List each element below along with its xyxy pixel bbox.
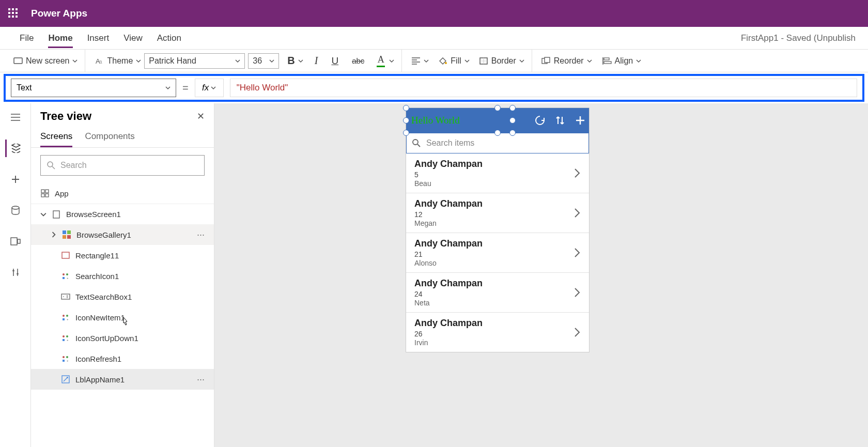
selection-handle[interactable] xyxy=(403,130,409,136)
font-family-select[interactable]: Patrick Hand xyxy=(144,53,245,69)
tree-item-browsegallery1[interactable]: BrowseGallery1 ⋯ xyxy=(31,224,214,245)
gallery-item[interactable]: Andy Champan 12 Megan xyxy=(406,193,589,233)
svg-rect-19 xyxy=(67,230,71,234)
svg-rect-10 xyxy=(11,238,17,245)
more-button[interactable]: ⋯ xyxy=(197,375,205,384)
app-header[interactable]: Hello World xyxy=(406,108,589,133)
font-size-select[interactable]: 36 xyxy=(248,53,279,69)
fill-button[interactable]: Fill xyxy=(438,56,469,66)
tab-screens[interactable]: Screens xyxy=(40,127,72,147)
reorder-button[interactable]: Reorder xyxy=(541,56,592,66)
fill-bucket-icon xyxy=(438,56,447,66)
search-items-input[interactable]: Search items xyxy=(406,133,589,153)
selection-handle[interactable] xyxy=(494,130,501,136)
align-button[interactable]: Align xyxy=(602,56,642,66)
tree-list: App BrowseScreen1 BrowseGallery1 ⋯ Recta… xyxy=(31,183,214,447)
close-panel-button[interactable]: ✕ xyxy=(197,111,205,122)
gallery-item[interactable]: Andy Champan 24 Neta xyxy=(406,273,589,313)
property-selector[interactable]: Text xyxy=(11,79,176,97)
svg-rect-6 xyxy=(545,57,550,63)
gallery-item[interactable]: Andy Champan 5 Beau xyxy=(406,153,589,193)
tree-item-app[interactable]: App xyxy=(31,183,214,204)
strikethrough-button[interactable]: abc xyxy=(352,56,364,65)
fx-button[interactable]: fx xyxy=(195,79,224,97)
chevron-down-icon xyxy=(424,58,429,64)
fill-label: Fill xyxy=(451,56,461,66)
svg-text:+: + xyxy=(67,338,69,342)
rail-insert[interactable] xyxy=(5,171,26,188)
selection-handle[interactable] xyxy=(509,130,516,136)
font-color-swatch xyxy=(377,66,385,67)
gallery-item[interactable]: Andy Champan 21 Alonso xyxy=(406,233,589,273)
chevron-down-icon[interactable] xyxy=(40,211,47,218)
add-icon[interactable] xyxy=(575,115,586,126)
tree-panel: Tree view ✕ Screens Components Search Ap… xyxy=(31,103,214,447)
phone-preview[interactable]: Hello World Search items Andy Champan 5 … xyxy=(406,107,590,352)
svg-rect-16 xyxy=(45,194,49,197)
formula-input[interactable]: "Hello World" xyxy=(230,79,857,97)
chevron-right-icon[interactable] xyxy=(574,287,581,298)
svg-rect-30 xyxy=(63,318,65,320)
tree-item-browsescreen1[interactable]: BrowseScreen1 xyxy=(31,204,214,224)
selection-handle[interactable] xyxy=(494,105,501,111)
gallery-item[interactable]: Andy Champan 26 Irvin xyxy=(406,313,589,352)
rail-media[interactable] xyxy=(5,233,26,250)
rail-tree-view[interactable] xyxy=(5,140,26,157)
tree-item-label: SearchIcon1 xyxy=(75,272,119,281)
sort-icon[interactable] xyxy=(555,115,565,126)
tree-item-searchicon1[interactable]: + SearchIcon1 xyxy=(31,266,214,286)
italic-button[interactable]: I xyxy=(315,55,318,67)
menu-file[interactable]: File xyxy=(20,33,34,43)
fx-label: fx xyxy=(202,83,209,93)
app-launcher-icon[interactable] xyxy=(8,8,19,19)
chevron-right-icon[interactable] xyxy=(574,167,581,179)
strikethrough-icon: abc xyxy=(352,56,364,65)
app-icon xyxy=(40,189,50,198)
refresh-icon[interactable] xyxy=(534,115,546,126)
body: Tree view ✕ Screens Components Search Ap… xyxy=(0,103,868,447)
svg-rect-18 xyxy=(63,230,66,234)
chevron-right-icon[interactable] xyxy=(574,247,581,258)
tree-item-iconrefresh1[interactable]: + IconRefresh1 xyxy=(31,348,214,369)
rail-advanced-tools[interactable] xyxy=(5,264,26,281)
selection-handle[interactable] xyxy=(509,117,516,124)
chevron-right-icon[interactable] xyxy=(51,232,57,238)
canvas[interactable]: Hello World Search items Andy Champan 5 … xyxy=(214,103,868,447)
selection-handle[interactable] xyxy=(509,105,516,111)
menu-home[interactable]: Home xyxy=(48,33,72,48)
align-left-icon xyxy=(411,56,421,66)
chevron-down-icon[interactable] xyxy=(389,58,394,64)
selection-handle[interactable] xyxy=(403,117,409,124)
gallery-item-num: 21 xyxy=(414,250,483,258)
rail-hamburger[interactable] xyxy=(5,109,26,126)
app-header-title[interactable]: Hello World xyxy=(411,115,460,126)
menu-view[interactable]: View xyxy=(123,33,143,43)
more-button[interactable]: ⋯ xyxy=(197,230,205,239)
menu-action[interactable]: Action xyxy=(157,33,181,43)
bold-button[interactable]: B xyxy=(287,55,303,67)
tree-item-textsearchbox1[interactable]: TextSearchBox1 xyxy=(31,286,214,307)
tree-search-input[interactable]: Search xyxy=(40,155,205,176)
svg-rect-15 xyxy=(41,194,44,197)
svg-text:+: + xyxy=(67,276,69,280)
tree-item-rectangle11[interactable]: Rectangle11 xyxy=(31,245,214,266)
tree-item-label: IconNewItem1 xyxy=(75,313,125,322)
chevron-right-icon[interactable] xyxy=(574,327,581,338)
chevron-right-icon[interactable] xyxy=(574,207,581,219)
underline-icon: U xyxy=(331,55,338,67)
rail-data[interactable] xyxy=(5,202,26,219)
border-button[interactable]: Border xyxy=(479,56,524,66)
tree-search-placeholder: Search xyxy=(60,161,87,170)
tree-item-label: BrowseGallery1 xyxy=(76,230,131,239)
svg-point-37 xyxy=(66,356,68,358)
tab-components[interactable]: Components xyxy=(85,127,134,147)
tree-item-lblappname1[interactable]: LblAppName1 ⋯ xyxy=(31,369,214,390)
font-color-button[interactable]: A xyxy=(377,54,385,67)
menu-insert[interactable]: Insert xyxy=(87,33,110,43)
new-screen-button[interactable]: New screen xyxy=(13,56,78,66)
underline-button[interactable]: U xyxy=(331,55,338,67)
tree-item-iconsortupdown1[interactable]: + IconSortUpDown1 xyxy=(31,328,214,348)
text-align-button[interactable] xyxy=(411,56,429,66)
selection-handle[interactable] xyxy=(403,105,409,111)
theme-button[interactable]: Aa Theme xyxy=(95,56,141,66)
